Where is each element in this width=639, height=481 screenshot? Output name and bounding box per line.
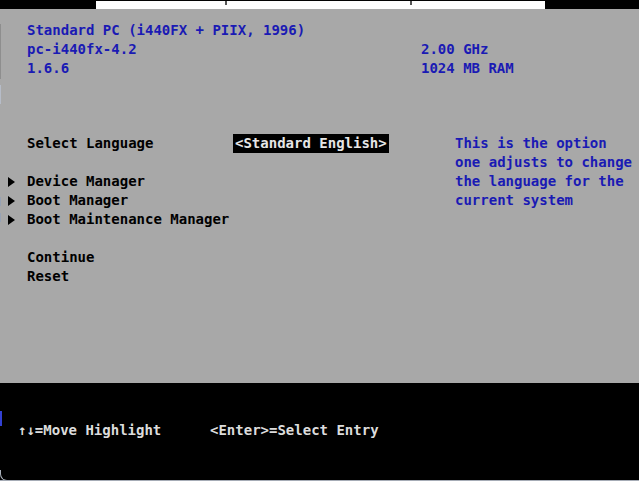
hint-move-highlight: ↑↓=Move Highlight bbox=[18, 421, 161, 440]
tick-mark bbox=[225, 1, 227, 5]
screen-edge-artifact bbox=[0, 197, 1, 206]
menu-item-boot-manager[interactable]: Boot Manager bbox=[27, 191, 128, 210]
key-hint-bar: ↑↓=Move Highlight <Enter>=Select Entry bbox=[0, 383, 639, 481]
screen-edge-artifact bbox=[0, 24, 1, 79]
submenu-arrow-icon bbox=[8, 196, 15, 206]
hint-select-entry: <Enter>=Select Entry bbox=[210, 421, 379, 440]
menu-item-continue[interactable]: Continue bbox=[27, 248, 94, 267]
menu-item-reset[interactable]: Reset bbox=[27, 267, 69, 286]
select-language-label[interactable]: Select Language bbox=[27, 134, 153, 153]
screen-edge-artifact bbox=[0, 85, 1, 104]
top-edge-strip bbox=[0, 0, 639, 9]
screen-edge-artifact bbox=[0, 213, 1, 222]
setup-main-panel: Standard PC (i440FX + PIIX, 1996) pc-i44… bbox=[0, 9, 639, 383]
help-line: This is the option bbox=[455, 134, 607, 153]
ram-size: 1024 MB RAM bbox=[421, 59, 514, 78]
select-language-value[interactable]: <Standard English> bbox=[233, 134, 389, 153]
firmware-model: pc-i440fx-4.2 bbox=[27, 40, 137, 59]
menu-item-device-manager[interactable]: Device Manager bbox=[27, 172, 145, 191]
cpu-speed: 2.00 GHz bbox=[421, 40, 488, 59]
help-line: current system bbox=[455, 191, 573, 210]
firmware-setup-screen: Standard PC (i440FX + PIIX, 1996) pc-i44… bbox=[0, 0, 639, 481]
submenu-arrow-icon bbox=[8, 177, 15, 187]
menu-item-boot-maintenance-manager[interactable]: Boot Maintenance Manager bbox=[27, 210, 229, 229]
firmware-version: 1.6.6 bbox=[27, 59, 69, 78]
submenu-arrow-icon bbox=[8, 215, 15, 225]
screen-edge-artifact bbox=[0, 411, 2, 426]
help-line: one adjusts to change bbox=[455, 153, 632, 172]
machine-name: Standard PC (i440FX + PIIX, 1996) bbox=[27, 21, 305, 40]
tick-mark bbox=[410, 1, 412, 5]
help-line: the language for the bbox=[455, 172, 624, 191]
top-scrollback-bar bbox=[96, 1, 545, 9]
